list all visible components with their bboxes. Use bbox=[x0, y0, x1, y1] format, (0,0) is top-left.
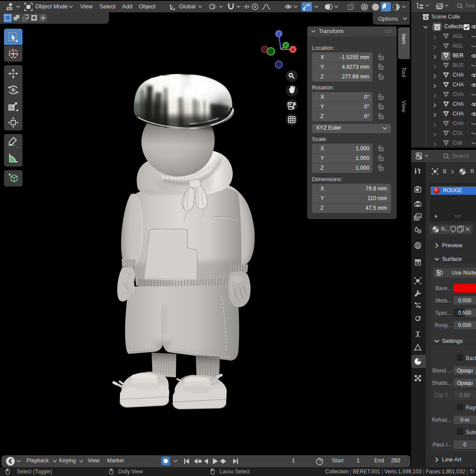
svg-text:Y: Y bbox=[284, 43, 287, 48]
svg-text:X: X bbox=[291, 47, 294, 52]
svg-text:Z: Z bbox=[278, 31, 280, 36]
